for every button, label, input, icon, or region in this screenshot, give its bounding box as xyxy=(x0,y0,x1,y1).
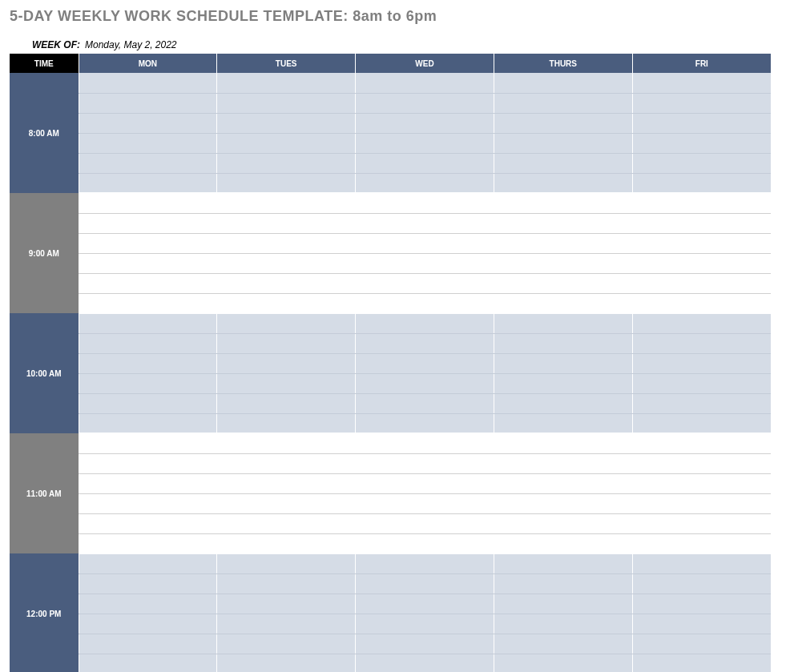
schedule-cell[interactable] xyxy=(79,73,217,93)
schedule-cell[interactable] xyxy=(494,453,632,473)
schedule-cell[interactable] xyxy=(632,173,771,193)
schedule-cell[interactable] xyxy=(217,353,356,373)
schedule-cell[interactable] xyxy=(632,133,771,153)
schedule-cell[interactable] xyxy=(217,493,356,513)
schedule-cell[interactable] xyxy=(494,173,632,193)
schedule-cell[interactable] xyxy=(356,433,494,453)
schedule-cell[interactable] xyxy=(494,153,632,173)
schedule-cell[interactable] xyxy=(79,333,217,353)
schedule-cell[interactable] xyxy=(217,193,356,213)
schedule-cell[interactable] xyxy=(79,273,217,293)
schedule-cell[interactable] xyxy=(356,573,494,594)
schedule-cell[interactable] xyxy=(79,313,217,333)
schedule-cell[interactable] xyxy=(494,413,632,433)
schedule-cell[interactable] xyxy=(494,533,632,553)
schedule-cell[interactable] xyxy=(79,293,217,313)
schedule-cell[interactable] xyxy=(632,433,771,453)
schedule-cell[interactable] xyxy=(217,614,356,634)
schedule-cell[interactable] xyxy=(356,193,494,213)
schedule-cell[interactable] xyxy=(79,233,217,253)
schedule-cell[interactable] xyxy=(494,654,632,672)
schedule-cell[interactable] xyxy=(217,113,356,133)
schedule-cell[interactable] xyxy=(494,493,632,513)
schedule-cell[interactable] xyxy=(79,373,217,393)
schedule-cell[interactable] xyxy=(632,373,771,393)
schedule-cell[interactable] xyxy=(632,293,771,313)
schedule-cell[interactable] xyxy=(494,353,632,373)
schedule-cell[interactable] xyxy=(494,634,632,654)
schedule-cell[interactable] xyxy=(217,654,356,672)
schedule-cell[interactable] xyxy=(356,133,494,153)
schedule-cell[interactable] xyxy=(632,493,771,513)
schedule-cell[interactable] xyxy=(217,594,356,614)
schedule-cell[interactable] xyxy=(217,293,356,313)
schedule-cell[interactable] xyxy=(494,133,632,153)
schedule-cell[interactable] xyxy=(356,594,494,614)
schedule-cell[interactable] xyxy=(356,233,494,253)
schedule-cell[interactable] xyxy=(494,313,632,333)
schedule-cell[interactable] xyxy=(79,594,217,614)
schedule-cell[interactable] xyxy=(356,293,494,313)
schedule-cell[interactable] xyxy=(494,553,632,573)
schedule-cell[interactable] xyxy=(632,553,771,573)
schedule-cell[interactable] xyxy=(494,113,632,133)
schedule-cell[interactable] xyxy=(356,113,494,133)
schedule-cell[interactable] xyxy=(632,273,771,293)
schedule-cell[interactable] xyxy=(494,373,632,393)
schedule-cell[interactable] xyxy=(632,73,771,93)
schedule-cell[interactable] xyxy=(79,173,217,193)
schedule-cell[interactable] xyxy=(494,193,632,213)
schedule-cell[interactable] xyxy=(79,153,217,173)
schedule-cell[interactable] xyxy=(632,634,771,654)
schedule-cell[interactable] xyxy=(632,193,771,213)
schedule-cell[interactable] xyxy=(356,93,494,113)
schedule-cell[interactable] xyxy=(79,614,217,634)
schedule-cell[interactable] xyxy=(632,513,771,533)
schedule-cell[interactable] xyxy=(217,333,356,353)
schedule-cell[interactable] xyxy=(217,553,356,573)
schedule-cell[interactable] xyxy=(632,413,771,433)
schedule-cell[interactable] xyxy=(79,213,217,233)
schedule-cell[interactable] xyxy=(79,654,217,672)
schedule-cell[interactable] xyxy=(356,333,494,353)
schedule-cell[interactable] xyxy=(494,213,632,233)
schedule-cell[interactable] xyxy=(494,433,632,453)
schedule-cell[interactable] xyxy=(356,614,494,634)
schedule-cell[interactable] xyxy=(494,93,632,113)
schedule-cell[interactable] xyxy=(217,233,356,253)
schedule-cell[interactable] xyxy=(217,533,356,553)
schedule-cell[interactable] xyxy=(632,533,771,553)
schedule-cell[interactable] xyxy=(494,473,632,493)
schedule-cell[interactable] xyxy=(217,153,356,173)
schedule-cell[interactable] xyxy=(79,113,217,133)
schedule-cell[interactable] xyxy=(217,213,356,233)
schedule-cell[interactable] xyxy=(79,133,217,153)
schedule-cell[interactable] xyxy=(632,233,771,253)
schedule-cell[interactable] xyxy=(79,634,217,654)
schedule-cell[interactable] xyxy=(79,453,217,473)
schedule-cell[interactable] xyxy=(356,73,494,93)
schedule-cell[interactable] xyxy=(79,573,217,594)
schedule-cell[interactable] xyxy=(494,73,632,93)
schedule-cell[interactable] xyxy=(494,333,632,353)
schedule-cell[interactable] xyxy=(217,273,356,293)
schedule-cell[interactable] xyxy=(356,393,494,413)
schedule-cell[interactable] xyxy=(79,253,217,273)
schedule-cell[interactable] xyxy=(217,433,356,453)
schedule-cell[interactable] xyxy=(217,93,356,113)
schedule-cell[interactable] xyxy=(494,573,632,594)
schedule-cell[interactable] xyxy=(632,253,771,273)
schedule-cell[interactable] xyxy=(217,373,356,393)
schedule-cell[interactable] xyxy=(494,594,632,614)
schedule-cell[interactable] xyxy=(632,594,771,614)
schedule-cell[interactable] xyxy=(632,453,771,473)
schedule-cell[interactable] xyxy=(217,393,356,413)
schedule-cell[interactable] xyxy=(356,634,494,654)
schedule-cell[interactable] xyxy=(79,193,217,213)
schedule-cell[interactable] xyxy=(217,453,356,473)
schedule-cell[interactable] xyxy=(356,353,494,373)
schedule-cell[interactable] xyxy=(217,473,356,493)
schedule-cell[interactable] xyxy=(632,213,771,233)
schedule-cell[interactable] xyxy=(494,614,632,634)
schedule-cell[interactable] xyxy=(494,253,632,273)
